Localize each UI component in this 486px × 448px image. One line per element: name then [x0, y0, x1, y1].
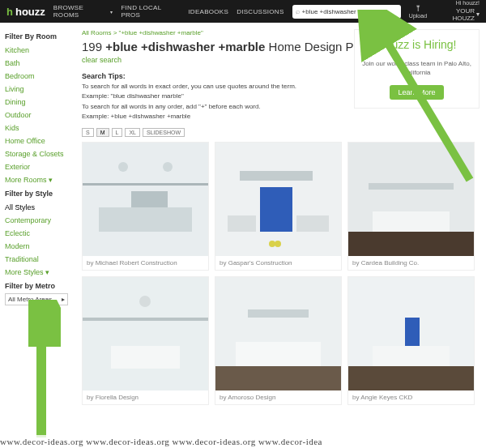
chevron-down-icon: ▾ — [45, 268, 49, 276]
hiring-card: Houzz is Hiring! Join our world class te… — [354, 29, 480, 109]
account-menu[interactable]: Hi houzz! YOUR HOUZZ▾ — [435, 0, 480, 23]
filter-room-title: Filter By Room — [5, 32, 70, 41]
result-card[interactable]: by Michael Robert Construction — [82, 142, 209, 271]
search-wrap: ⌕ — [292, 5, 401, 19]
result-author: Angie Keyes CKD — [360, 394, 412, 401]
svg-rect-23 — [215, 366, 341, 390]
room-exterior[interactable]: Exterior — [5, 160, 70, 173]
result-card[interactable]: by Gaspar's Construction — [215, 142, 342, 271]
result-card[interactable]: by Fiorella Design — [82, 276, 209, 405]
room-kitchen[interactable]: Kitchen — [5, 44, 70, 57]
svg-rect-2 — [131, 191, 168, 207]
result-author: Amoroso Design — [228, 394, 275, 401]
style-all[interactable]: All Styles — [5, 201, 70, 214]
logo-text: houzz — [15, 6, 45, 18]
svg-rect-27 — [405, 318, 420, 346]
nav-browse-rooms[interactable]: BROWSE ROOMS ▾ — [53, 4, 113, 19]
result-card[interactable]: by Amoroso Design — [215, 276, 342, 405]
view-l[interactable]: L — [112, 128, 123, 137]
svg-rect-7 — [260, 187, 292, 232]
more-styles[interactable]: More Styles ▾ — [5, 266, 70, 279]
view-xl[interactable]: XL — [125, 128, 140, 137]
main: All Rooms > "+blue +dishwasher +marble" … — [75, 23, 486, 412]
svg-rect-24 — [248, 309, 309, 318]
watermark-text: www.decor-ideas.org www.decor-ideas.org … — [0, 435, 486, 448]
result-thumbnail — [215, 277, 341, 390]
logo-icon: h — [6, 6, 13, 18]
result-card[interactable]: by Angie Keyes CKD — [347, 276, 475, 405]
result-author: Michael Robert Construction — [96, 259, 177, 267]
svg-rect-1 — [99, 207, 192, 232]
style-modern[interactable]: Modern — [5, 240, 70, 253]
room-living[interactable]: Living — [5, 83, 70, 96]
result-thumbnail — [348, 143, 474, 256]
svg-rect-8 — [228, 215, 256, 232]
chevron-down-icon: ▾ — [49, 176, 53, 184]
svg-rect-22 — [236, 342, 321, 366]
svg-rect-3 — [83, 183, 208, 186]
sidebar: Filter By Room Kitchen Bath Bedroom Livi… — [0, 23, 75, 412]
search-tips: Search Tips: To search for all words in … — [82, 72, 325, 122]
view-m[interactable]: M — [96, 128, 109, 137]
more-rooms[interactable]: More Rooms ▾ — [5, 173, 70, 186]
result-thumbnail — [215, 143, 341, 256]
nav-ideabooks[interactable]: IDEABOOKS — [188, 8, 228, 15]
room-dining[interactable]: Dining — [5, 96, 70, 109]
svg-rect-14 — [373, 211, 450, 232]
room-bedroom[interactable]: Bedroom — [5, 70, 70, 83]
svg-point-10 — [275, 241, 281, 247]
svg-rect-12 — [240, 171, 313, 181]
results-grid: by Michael Robert Construction by Gaspar… — [82, 142, 480, 405]
style-contemporary[interactable]: Contemporary — [5, 214, 70, 227]
tips-line: To search for all words in any order, ad… — [82, 103, 325, 111]
result-card[interactable]: by Cardea Building Co. — [347, 142, 475, 271]
metro-select[interactable]: All Metro Areas ▸ — [5, 293, 68, 305]
nav-find-local-pros[interactable]: FIND LOCAL PROS — [121, 4, 180, 19]
tips-example: Example: "blue dishwasher marble" — [82, 92, 325, 100]
result-thumbnail — [83, 277, 208, 390]
svg-rect-9 — [296, 215, 329, 232]
result-author: Cardea Building Co. — [361, 259, 420, 267]
svg-point-11 — [269, 241, 275, 247]
view-options: S M L XL SLIDESHOW — [82, 128, 480, 137]
select-arrow-icon: ▸ — [62, 296, 65, 303]
svg-point-4 — [118, 162, 128, 172]
tips-line: To search for all words in exact order, … — [82, 83, 325, 91]
hiring-title: Houzz is Hiring! — [361, 38, 472, 51]
hiring-body: Join our world class team in Palo Alto, … — [361, 59, 472, 77]
search-icon: ⌕ — [296, 7, 300, 15]
tips-title: Search Tips: — [82, 72, 325, 80]
filter-metro-title: Filter by Metro — [5, 282, 70, 290]
svg-rect-18 — [111, 346, 180, 369]
chevron-down-icon: ▾ — [476, 11, 480, 19]
style-traditional[interactable]: Traditional — [5, 253, 70, 266]
room-kids[interactable]: Kids — [5, 122, 70, 134]
learn-more-button[interactable]: Learn More — [390, 85, 443, 100]
room-home-office[interactable]: Home Office — [5, 134, 70, 147]
nav-discussions[interactable]: DISCUSSIONS — [237, 8, 284, 15]
result-author: Fiorella Design — [96, 394, 139, 401]
svg-rect-15 — [348, 232, 474, 256]
tips-example: Example: +blue +dishwasher +marble — [82, 113, 325, 121]
result-author: Gaspar's Construction — [228, 259, 292, 267]
view-slideshow[interactable]: SLIDESHOW — [143, 128, 185, 137]
result-thumbnail — [348, 277, 474, 390]
result-thumbnail — [83, 143, 208, 256]
upload-button[interactable]: ⤒ Upload — [409, 4, 427, 19]
logo[interactable]: h houzz — [6, 6, 45, 18]
room-storage[interactable]: Storage & Closets — [5, 147, 70, 160]
svg-point-19 — [139, 296, 151, 307]
svg-point-5 — [163, 162, 173, 172]
search-input[interactable] — [302, 8, 398, 15]
top-nav: h houzz BROWSE ROOMS ▾ FIND LOCAL PROS I… — [0, 0, 486, 23]
svg-rect-20 — [83, 318, 208, 321]
room-bath[interactable]: Bath — [5, 57, 70, 70]
style-eclectic[interactable]: Eclectic — [5, 227, 70, 240]
room-outdoor[interactable]: Outdoor — [5, 109, 70, 122]
filter-style-title: Filter by Style — [5, 190, 70, 198]
view-s[interactable]: S — [82, 128, 94, 137]
svg-rect-17 — [83, 277, 208, 390]
svg-rect-28 — [348, 366, 474, 390]
chevron-down-icon: ▾ — [110, 9, 113, 15]
svg-rect-26 — [373, 346, 450, 369]
